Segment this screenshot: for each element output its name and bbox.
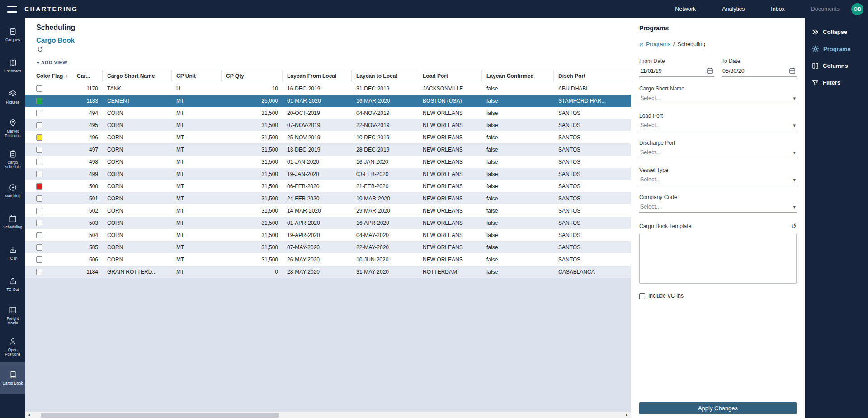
sidebar-item-market-positions[interactable]: Market Positions [0,113,25,144]
collapse-button[interactable]: Collapse [805,24,868,40]
nav-item-inbox[interactable]: Inbox [771,6,785,12]
toolbar-item-programs[interactable]: Programs [805,40,868,57]
color-flag-checkbox[interactable] [36,244,42,251]
sidebar-item-tc-in[interactable]: TC In [0,238,25,269]
column-header-cargo-id[interactable]: Car... [72,70,103,82]
table-row[interactable]: 499 CORN MT 31,500 19-JAN-2020 03-FEB-20… [25,168,631,180]
hamburger-menu-icon[interactable] [7,6,17,13]
apply-changes-button[interactable]: Apply Changes [639,402,797,414]
scroll-right-arrow-icon[interactable]: ► [623,413,631,417]
toolbar-item-columns[interactable]: Columns [805,57,868,74]
from-date-input[interactable]: 11/01/19 [639,64,714,77]
cp-qty-cell: 31,500 [222,131,283,143]
column-header-load-port[interactable]: Load Port [418,70,482,82]
scroll-left-arrow-icon[interactable]: ◄ [25,413,33,417]
company-code-select[interactable]: Select... ▾ [639,200,797,213]
table-row[interactable]: 1170 TANK U 10 16-DEC-2019 31-DEC-2019 J… [25,82,631,95]
table-row[interactable]: 495 CORN MT 31,500 07-NOV-2019 22-NOV-20… [25,119,631,131]
calendar-icon[interactable] [707,67,713,74]
discharge-port-select[interactable]: Select... ▾ [639,146,797,158]
cargo-book-template-input[interactable] [639,233,797,284]
include-vc-ins-checkbox[interactable] [639,293,645,299]
sidebar-item-tc-out[interactable]: TC Out [0,269,25,300]
sidebar-item-estimates[interactable]: Estimates [0,50,25,81]
color-flag-checkbox[interactable] [36,183,42,190]
table-row[interactable]: 496 CORN MT 31,500 25-NOV-2019 10-DEC-20… [25,131,631,143]
sidebar-item-cargoes[interactable]: Cargoes [0,19,25,50]
toolbar-item-filters[interactable]: Filters [805,74,868,91]
cp-unit-cell: MT [172,253,222,266]
scrollbar-thumb[interactable] [41,413,279,418]
sidebar-item-scheduling[interactable]: Scheduling [0,206,25,238]
color-flag-checkbox[interactable] [36,195,42,202]
nav-item-analytics[interactable]: Analytics [722,6,745,12]
color-flag-checkbox[interactable] [36,134,42,141]
undo-icon[interactable]: ↺ [791,223,797,229]
table-row[interactable]: 1183 CEMENT MT 25,000 01-MAR-2020 16-MAR… [25,95,631,107]
sidebar-item-matching[interactable]: Matching [0,175,25,206]
color-flag-checkbox[interactable] [36,256,42,263]
table-row[interactable]: 498 CORN MT 31,500 01-JAN-2020 16-JAN-20… [25,156,631,168]
sidebar-item-cargo-schedule[interactable]: Cargo Schedule [0,144,25,175]
column-header-laycan-from[interactable]: Laycan From Local [283,70,352,82]
table-row[interactable]: 502 CORN MT 31,500 14-MAR-2020 29-MAR-20… [25,204,631,217]
load-port-cell: NEW ORLEANS [418,119,482,131]
load-port-select[interactable]: Select... ▾ [639,119,797,131]
cp-unit-cell: MT [172,266,222,278]
to-date-input[interactable]: 05/30/20 [722,64,797,77]
table-row[interactable]: 505 CORN MT 31,500 07-MAY-2020 22-MAY-20… [25,241,631,253]
color-flag-checkbox[interactable] [36,159,42,165]
color-flag-checkbox[interactable] [36,220,42,226]
color-flag-checkbox[interactable] [36,171,42,177]
sidebar-item-cargo-book[interactable]: Cargo Book [0,362,25,394]
column-header-laycan-confirmed[interactable]: Laycan Confirmed [482,70,554,82]
sidebar-item-fixtures[interactable]: Fixtures [0,81,25,113]
column-header-cp-unit[interactable]: CP Unit [172,70,222,82]
color-flag-checkbox[interactable] [36,122,42,128]
color-flag-checkbox[interactable] [36,86,42,92]
table-row[interactable]: 497 CORN MT 31,500 13-DEC-2019 28-DEC-20… [25,143,631,156]
table-row[interactable]: 504 CORN MT 31,500 19-APR-2020 04-MAY-20… [25,229,631,241]
table-row[interactable]: 506 CORN MT 31,500 26-MAY-2020 10-JUN-20… [25,253,631,266]
color-flag-checkbox[interactable] [36,147,42,153]
column-header-disch-port[interactable]: Disch Port [554,70,631,82]
table-row[interactable]: 1184 GRAIN ROTTERD... MT 0 28-MAY-2020 3… [25,266,631,278]
cargo-short-name-select[interactable]: Select... ▾ [639,92,797,104]
user-avatar[interactable]: OB [851,3,863,15]
column-header-laycan-to[interactable]: Laycan to Local [352,70,418,82]
columns-icon [812,62,819,69]
color-flag-checkbox[interactable] [36,269,42,275]
table-row[interactable]: 500 CORN MT 31,500 06-FEB-2020 21-FEB-20… [25,180,631,192]
color-flag-checkbox[interactable] [36,208,42,214]
filter-icon [812,80,819,86]
calendar-icon[interactable] [789,67,796,74]
laycan-to-cell: 10-MAR-2020 [352,192,418,204]
table-row[interactable]: 501 CORN MT 31,500 24-FEB-2020 10-MAR-20… [25,192,631,204]
double-chevron-left-icon[interactable]: « [639,41,643,48]
column-header-cargo-short-name[interactable]: Cargo Short Name [103,70,172,82]
color-flag-cell [25,156,72,168]
nav-item-documents: Documents [811,6,840,12]
disch-port-cell: SANTOS [554,107,631,119]
vessel-type-select[interactable]: Select... ▾ [639,173,797,185]
panel-title: Programs [639,24,797,32]
nav-item-network[interactable]: Network [675,6,696,12]
cp-qty-cell: 31,500 [222,119,283,131]
column-header-cp-qty[interactable]: CP Qty [222,70,283,82]
add-view-button[interactable]: + ADD VIEW [37,60,631,65]
laycan-from-cell: 26-MAY-2020 [283,253,352,266]
breadcrumb-link-programs[interactable]: Programs [646,41,670,48]
horizontal-scrollbar[interactable]: ◄ ► [25,412,631,418]
table-row[interactable]: 503 CORN MT 31,500 01-APR-2020 16-APR-20… [25,217,631,229]
color-flag-checkbox[interactable] [36,232,42,238]
undo-icon[interactable]: ↺ [37,46,47,53]
color-flag-checkbox[interactable] [36,98,42,104]
color-flag-checkbox[interactable] [36,110,42,116]
cp-qty-cell: 31,500 [222,241,283,253]
column-header-color-flag[interactable]: Color Flag ↑ [25,70,72,82]
sidebar-item-freight-matrix[interactable]: Freight Matrix [0,300,25,331]
color-flag-cell [25,82,72,95]
sidebar-item-open-positions[interactable]: Open Positions [0,331,25,362]
table-row[interactable]: 494 CORN MT 31,500 20-OCT-2019 04-NOV-20… [25,107,631,119]
color-flag-cell [25,143,72,156]
